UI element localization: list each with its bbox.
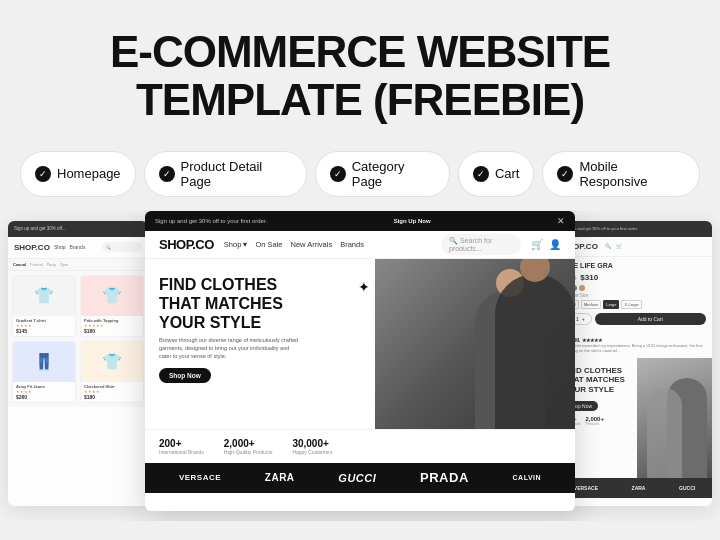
check-icon: ✓ bbox=[330, 166, 346, 182]
right-shop-header: SHOP.CO 🔍 🛒 bbox=[557, 237, 712, 257]
account-icon[interactable]: 👤 bbox=[549, 239, 561, 250]
search-bar[interactable]: 🔍 Search for products... bbox=[441, 234, 521, 255]
right-hero-section: FIND CLOTHESTHAT MATCHESYOUR STYLE Shop … bbox=[557, 358, 712, 478]
tab-cart[interactable]: ✓ Cart bbox=[458, 151, 535, 197]
list-item: 👕 Checkered Shirt ★★★★ $180 bbox=[80, 341, 144, 403]
size-options: Small Medium Large X-Large bbox=[563, 300, 706, 309]
stat-products: 2,000+ High-Quality Products bbox=[224, 438, 273, 455]
check-icon: ✓ bbox=[35, 166, 51, 182]
page-header: E-COMMERCE WEBSITE TEMPLATE (FREEBIE) bbox=[0, 0, 720, 141]
left-preview: Sign up and get 30% off... SHOP.CO Shop … bbox=[8, 221, 148, 506]
category-filter: Casual Formal Party Gym bbox=[8, 259, 148, 271]
tab-mobile[interactable]: ✓ Mobile Responsive bbox=[542, 151, 700, 197]
close-icon[interactable]: ✕ bbox=[557, 216, 565, 226]
list-item: 👕 Gradient T-shirt ★★★★ $145 bbox=[12, 275, 76, 337]
right-hero-image bbox=[637, 358, 712, 478]
sparkle-icon: ✦ bbox=[358, 279, 370, 295]
hero-section: FIND CLOTHES THAT MATCHES YOUR STYLE Bro… bbox=[145, 259, 575, 429]
review-section: Alex M. ★★★★★ The t-shirt exceeded my ex… bbox=[557, 333, 712, 357]
stat-customers: 30,000+ Happy Customers bbox=[292, 438, 332, 455]
shop-now-button[interactable]: Shop Now bbox=[159, 368, 211, 383]
tab-category[interactable]: ✓ Category Page bbox=[315, 151, 450, 197]
shop-nav-bar: SHOP.CO Shop ▾ On Sale New Arrivals Bran… bbox=[145, 231, 575, 259]
color-swatches bbox=[563, 285, 706, 291]
right-topbar: Sign up and get 30% off to your first or… bbox=[557, 221, 712, 237]
add-to-cart-button[interactable]: Add to Cart bbox=[595, 313, 706, 325]
stats-row: 200+ International Brands 2,000+ High-Qu… bbox=[145, 429, 575, 463]
right-brands-bar: VERSACE ZARA GUCCI bbox=[557, 478, 712, 498]
check-icon: ✓ bbox=[557, 166, 573, 182]
left-topbar: Sign up and get 30% off... bbox=[8, 221, 148, 237]
main-preview: Sign up and get 30% off to your first or… bbox=[145, 211, 575, 511]
stat-brands: 200+ International Brands bbox=[159, 438, 204, 455]
cart-icon[interactable]: 🛒 bbox=[531, 239, 543, 250]
list-item: 👕 Polo with Topping ★★★★★ $180 bbox=[80, 275, 144, 337]
right-preview: Sign up and get 30% off to your first or… bbox=[557, 221, 712, 506]
check-icon: ✓ bbox=[473, 166, 489, 182]
list-item: 👖 Army Fit Jeans ★★★★ $260 bbox=[12, 341, 76, 403]
product-detail-area: ONE LIFE GRA $260 $310 Choose Size Small… bbox=[557, 257, 712, 333]
left-shop-header: SHOP.CO Shop Brands 🔍 bbox=[8, 237, 148, 259]
tab-homepage[interactable]: ✓ Homepage bbox=[20, 151, 136, 197]
brands-bar: VERSACE ZARA GUCCI PRADA Calvin bbox=[145, 463, 575, 493]
preview-topbar: Sign up and get 30% off to your first or… bbox=[145, 211, 575, 231]
page-title: E-COMMERCE WEBSITE TEMPLATE (FREEBIE) bbox=[20, 28, 700, 125]
product-grid: 👕 Gradient T-shirt ★★★★ $145 👕 Polo with… bbox=[8, 271, 148, 407]
check-icon: ✓ bbox=[159, 166, 175, 182]
preview-area: Sign up and get 30% off... SHOP.CO Shop … bbox=[0, 211, 720, 521]
tabs-bar: ✓ Homepage ✓ Product Detail Page ✓ Categ… bbox=[0, 141, 720, 211]
tab-product-detail[interactable]: ✓ Product Detail Page bbox=[144, 151, 307, 197]
